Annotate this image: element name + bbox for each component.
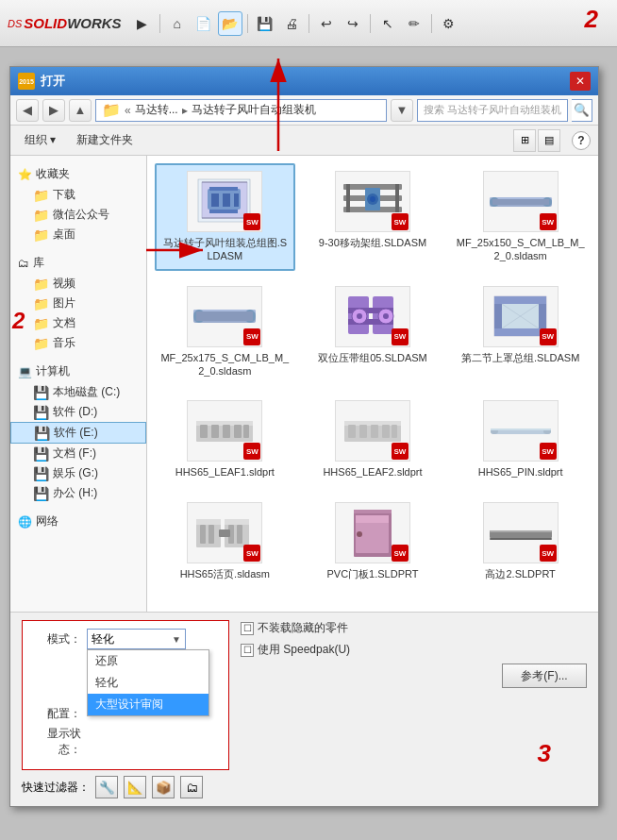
dialog-close-btn[interactable]: ✕ bbox=[570, 72, 591, 91]
back-btn[interactable]: ◀ bbox=[16, 99, 39, 122]
undo-btn[interactable]: ↩ bbox=[314, 11, 339, 36]
home-btn[interactable]: ⌂ bbox=[165, 11, 190, 36]
file-item-9[interactable]: SW HHS65活页.sldasm bbox=[155, 495, 295, 589]
nav-path-bar[interactable]: 📁 « 马达转... ▸ 马达转子风叶自动组装机 bbox=[95, 99, 387, 122]
svg-rect-59 bbox=[382, 425, 390, 438]
dropdown-item-2[interactable]: 大型设计审阅 bbox=[88, 694, 208, 715]
print-btn[interactable]: 🖨 bbox=[279, 11, 304, 36]
search-btn[interactable]: 🔍 bbox=[572, 99, 592, 122]
search-text: 搜索 马达转子风叶自动组装机 bbox=[424, 103, 561, 117]
sidebar-item-f[interactable]: 💾 文档 (F:) bbox=[10, 444, 146, 463]
speedpak-label: 使用 Speedpak(U) bbox=[258, 642, 350, 658]
sep3 bbox=[308, 14, 309, 33]
organize-btn[interactable]: 组织 ▾ bbox=[18, 129, 62, 152]
sidebar-item-download[interactable]: 📁 下载 bbox=[10, 185, 146, 205]
checkbox-hidden-parts[interactable]: ☐ 不装载隐藏的零件 bbox=[241, 620, 348, 636]
expand-btn[interactable]: ▶ bbox=[130, 11, 155, 36]
nav-path-part1: 马达转... bbox=[135, 102, 178, 118]
file-item-4[interactable]: SW 双位压带组05.SLDASM bbox=[303, 278, 443, 386]
nav-dropdown-btn[interactable]: ▼ bbox=[391, 99, 413, 122]
sidebar-item-e[interactable]: 💾 软件 (E:) bbox=[10, 422, 146, 444]
sidebar-item-desktop[interactable]: 📁 桌面 bbox=[10, 225, 146, 244]
forward-btn[interactable]: ▶ bbox=[42, 99, 65, 122]
checkbox-speedpak[interactable]: ☐ 使用 Speedpak(U) bbox=[241, 642, 350, 658]
new-btn[interactable]: 📄 bbox=[192, 11, 216, 36]
mode-select[interactable]: 轻化 ▼ bbox=[87, 629, 186, 649]
view-btn-2[interactable]: ▤ bbox=[538, 129, 560, 152]
file-thumb-9: SW bbox=[187, 502, 262, 563]
file-item-1[interactable]: SW 9-30移动架组.SLDASM bbox=[303, 163, 443, 271]
docs-icon: 📁 bbox=[33, 316, 49, 331]
dialog-title-icon: 2015 bbox=[18, 73, 35, 90]
file-item-2[interactable]: SW MF_25x150_S_CM_LB_M_2_0.sldasm bbox=[450, 163, 591, 271]
svg-rect-72 bbox=[237, 525, 242, 544]
file-item-8[interactable]: SW HHS65_PIN.sldprt bbox=[450, 393, 591, 487]
sidebar-item-d[interactable]: 💾 软件 (D:) bbox=[10, 402, 146, 422]
file-item-10[interactable]: SW PVC门板1.SLDPRT bbox=[303, 495, 443, 589]
up-btn[interactable]: ▲ bbox=[69, 99, 92, 122]
search-container: 搜索 马达转子风叶自动组装机 bbox=[417, 99, 568, 122]
dropdown-item-1[interactable]: 轻化 bbox=[88, 672, 208, 694]
checkbox-icon-1: ☐ bbox=[241, 622, 254, 635]
file-name-10: PVC门板1.SLDPRT bbox=[326, 567, 418, 580]
library-label: 库 bbox=[33, 255, 44, 271]
select-btn[interactable]: ↖ bbox=[375, 11, 400, 36]
reference-btn[interactable]: 参考(F)... bbox=[502, 664, 587, 688]
main-content: ⭐ 收藏夹 📁 下载 📁 微信公众号 📁 桌面 2 bbox=[10, 156, 598, 612]
main-toolbar: DS SOLIDWORKS ▶ ⌂ 📄 📂 💾 🖨 ↩ ↪ ↖ ✏ ⚙ 2 bbox=[0, 0, 617, 47]
computer-header[interactable]: 💻 计算机 bbox=[10, 361, 146, 382]
filter-btn-1[interactable]: 🔧 bbox=[95, 776, 118, 798]
svg-rect-40 bbox=[494, 296, 546, 304]
star-icon: ⭐ bbox=[18, 168, 32, 181]
display-row: 显示状态： bbox=[34, 726, 217, 758]
mode-label: 模式： bbox=[34, 631, 81, 647]
network-header[interactable]: 🌐 网络 bbox=[10, 511, 146, 532]
view-buttons: ⊞ ▤ bbox=[513, 129, 560, 152]
filter-btn-2[interactable]: 📐 bbox=[124, 776, 146, 798]
svg-rect-58 bbox=[371, 425, 378, 438]
svg-rect-17 bbox=[395, 184, 399, 212]
music-label: 音乐 bbox=[53, 335, 75, 351]
sw-badge-7: SW bbox=[392, 443, 409, 460]
sidebar-item-c[interactable]: 💾 本地磁盘 (C:) bbox=[10, 382, 146, 402]
sidebar-item-h[interactable]: 💾 办公 (H:) bbox=[10, 483, 146, 503]
file-item-5[interactable]: SW 第二节上罩总组.SLDASM bbox=[450, 278, 591, 386]
sidebar-item-music[interactable]: 📁 音乐 bbox=[10, 333, 146, 353]
save-btn[interactable]: 💾 bbox=[253, 11, 277, 36]
sidebar-item-wechat[interactable]: 📁 微信公众号 bbox=[10, 205, 146, 225]
nav-bar: ◀ ▶ ▲ 📁 « 马达转... ▸ 马达转子风叶自动组装机 ▼ 搜索 马达转子… bbox=[10, 95, 598, 126]
file-item-3[interactable]: SW MF_25x175_S_CM_LB_M_2_0.sldasm bbox=[155, 278, 295, 386]
svg-rect-64 bbox=[491, 428, 551, 430]
sidebar-item-docs[interactable]: 📁 文档 bbox=[10, 313, 146, 333]
file-item-11[interactable]: SW 高边2.SLDPRT bbox=[450, 495, 591, 589]
sep1 bbox=[159, 14, 160, 33]
settings-btn[interactable]: ⚙ bbox=[437, 11, 461, 36]
filter-btn-4[interactable]: 🗂 bbox=[180, 776, 203, 798]
library-header[interactable]: 🗂 库 bbox=[10, 252, 146, 274]
svg-rect-77 bbox=[356, 515, 389, 523]
sep2 bbox=[247, 14, 248, 33]
file-item-6[interactable]: SW HHS65_LEAF1.sldprt bbox=[155, 393, 295, 487]
sidebar-item-video[interactable]: 📁 视频 bbox=[10, 274, 146, 294]
file-item-7[interactable]: SW HHS65_LEAF2.sldprt bbox=[303, 393, 443, 487]
folder-icon: 📁 bbox=[33, 188, 49, 203]
sketch-btn[interactable]: ✏ bbox=[402, 11, 426, 36]
favorites-header[interactable]: ⭐ 收藏夹 bbox=[10, 163, 146, 185]
dropdown-item-0[interactable]: 还原 bbox=[88, 650, 208, 672]
redo-btn[interactable]: ↪ bbox=[341, 11, 365, 36]
new-folder-btn[interactable]: 新建文件夹 bbox=[70, 129, 140, 152]
svg-point-78 bbox=[357, 531, 362, 537]
svg-rect-41 bbox=[494, 328, 546, 336]
dialog-titlebar: 2015 打开 ✕ bbox=[10, 67, 598, 95]
help-btn[interactable]: ? bbox=[572, 131, 591, 150]
sidebar-item-g[interactable]: 💾 娱乐 (G:) bbox=[10, 463, 146, 483]
sidebar-item-pictures[interactable]: 📁 图片 bbox=[10, 294, 146, 313]
filter-btn-3[interactable]: 📦 bbox=[152, 776, 175, 798]
open-btn[interactable]: 📂 bbox=[218, 11, 242, 36]
sw-text: SOLID bbox=[24, 15, 67, 31]
file-area[interactable]: SW 马达转子风叶组装总组图.SLDASM bbox=[147, 156, 598, 612]
file-item-0[interactable]: SW 马达转子风叶组装总组图.SLDASM bbox=[155, 163, 295, 271]
ds-text: DS bbox=[8, 18, 22, 29]
view-btn-1[interactable]: ⊞ bbox=[513, 129, 536, 152]
svg-rect-68 bbox=[208, 525, 214, 544]
